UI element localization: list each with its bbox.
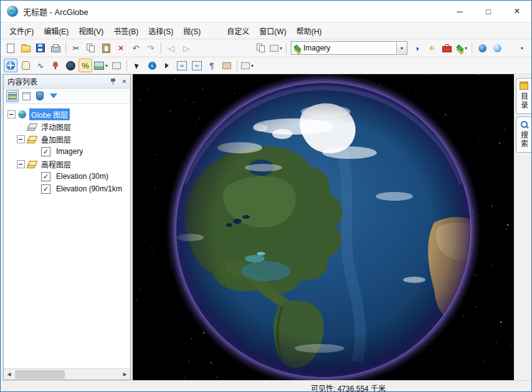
scrollbar-track[interactable] [14, 370, 120, 380]
next-tool-button[interactable] [160, 59, 174, 72]
menu-view[interactable]: 视图(V) [74, 23, 108, 39]
toc-header: 内容列表 × [4, 75, 130, 88]
globe-view-button[interactable] [475, 41, 489, 55]
menu-edit[interactable]: 编辑(E) [39, 23, 74, 39]
undo-button[interactable]: ↶ [129, 41, 143, 55]
tree-label-elevation-90m[interactable]: Elevation (90m/1km [54, 184, 124, 194]
frame-icon [112, 62, 121, 69]
find-xy-button[interactable]: xy [190, 59, 204, 72]
collapse-toggle-icon[interactable] [17, 160, 25, 168]
tree-row-elevation-90m[interactable]: ✓ Elevation (90m/1km [4, 183, 130, 195]
goto-xy-button[interactable]: xy [175, 59, 189, 72]
new-document-button[interactable] [4, 41, 17, 55]
scroll-right-button[interactable]: ▶ [120, 370, 130, 380]
menu-help[interactable]: 帮助(H) [292, 23, 327, 39]
tree-label-elevation-group[interactable]: 高程图层 [39, 158, 73, 170]
toc-horizontal-scrollbar[interactable]: ◀ ▶ [4, 368, 130, 380]
identify-button[interactable]: i [145, 59, 159, 72]
minimize-button[interactable]: ─ [445, 1, 474, 22]
chevron-down-icon: ▾ [280, 45, 282, 51]
tree-label-floating[interactable]: 浮动图层 [39, 121, 73, 133]
source-icon [22, 92, 31, 100]
tree-label-imagery[interactable]: Imagery [54, 146, 85, 156]
scrollbar-thumb[interactable] [15, 370, 65, 379]
add-data-button[interactable]: ▾ [455, 41, 468, 55]
orbit-tool-button[interactable] [49, 59, 62, 72]
scroll-left-button[interactable]: ◀ [4, 370, 14, 380]
delete-button[interactable]: × [114, 41, 128, 55]
layout-button[interactable]: ▾ [269, 41, 283, 55]
tree-row-floating-layers[interactable]: 浮动图层 [4, 120, 130, 133]
globe-view[interactable] [133, 74, 514, 380]
toc-close-button[interactable]: × [121, 77, 128, 86]
arctoolbox-button[interactable] [440, 41, 454, 55]
cut-button[interactable]: ✂ [69, 41, 83, 55]
navigate-tool-button[interactable] [4, 59, 17, 72]
select-arrow-button[interactable] [130, 59, 144, 72]
paste-button[interactable] [99, 41, 113, 55]
tree-row-draped-layers[interactable]: 叠加图层 [4, 133, 130, 145]
chevron-down-icon: ▾ [465, 45, 467, 51]
menu-bookmarks[interactable]: 书签(B) [108, 23, 143, 39]
globe-light-button[interactable] [490, 41, 504, 55]
layout-icon [270, 45, 278, 52]
toc-title: 内容列表 [7, 76, 37, 87]
hyperlink-button[interactable] [220, 59, 234, 72]
redo-button[interactable]: ↷ [144, 41, 158, 55]
menu-tools[interactable]: 抛(S) [178, 23, 206, 39]
layer-combo-value: Imagery [303, 44, 396, 52]
tree-label-globe[interactable]: Globe 图层 [29, 108, 70, 120]
tree-label-draped[interactable]: 叠加图层 [39, 133, 73, 145]
tab-search[interactable]: 搜索 [516, 117, 531, 153]
walk-tool-button[interactable]: % [78, 59, 92, 72]
pan-tool-button[interactable] [19, 59, 32, 72]
tree-row-imagery[interactable]: ✓ Imagery [4, 145, 130, 158]
toolbar-separator [286, 42, 287, 54]
toc-selection-button[interactable] [47, 90, 60, 102]
elevation-90m-checkbox[interactable]: ✓ [41, 184, 50, 194]
copy-button[interactable] [84, 41, 98, 55]
menu-window[interactable]: 窗口(W) [254, 23, 291, 39]
print-button[interactable] [49, 41, 62, 55]
frame-tool-button[interactable] [110, 59, 123, 72]
maximize-button[interactable]: □ [474, 1, 503, 22]
menu-customize[interactable]: 自定义 [222, 23, 254, 39]
image-capture-button[interactable]: ▾ [93, 59, 108, 72]
prev-extent-button[interactable]: ◁ [164, 41, 178, 55]
collapse-toggle-icon[interactable] [17, 135, 25, 143]
collapse-toggle-icon[interactable] [7, 110, 16, 118]
toc-source-button[interactable] [20, 90, 32, 102]
layer-combo[interactable]: Imagery ▾ [291, 41, 407, 55]
toc-drawing-order-button[interactable] [6, 90, 19, 102]
brightness-button[interactable]: ☀ [425, 41, 439, 55]
contrast-button[interactable]: ◑ [410, 41, 424, 55]
toolbox-icon [442, 46, 452, 52]
imagery-checkbox[interactable]: ✓ [41, 147, 50, 156]
title-bar: 无标题 - ArcGlobe ─ □ × [1, 1, 531, 22]
next-extent-button[interactable]: ▷ [179, 41, 193, 55]
viewer-window-button[interactable]: ▾ [240, 59, 254, 72]
menu-selection[interactable]: 选择(S) [143, 23, 178, 39]
visibility-label: 可见性: [311, 385, 335, 392]
toolbar-overflow-button[interactable]: ▾ [515, 41, 528, 55]
toolbar-separator [237, 60, 237, 71]
tab-catalog[interactable]: 目录 [516, 78, 531, 114]
elevation-30m-checkbox[interactable]: ✓ [41, 172, 50, 181]
save-button[interactable] [34, 41, 47, 55]
pin-icon[interactable] [110, 78, 117, 85]
tree-row-elevation-layers[interactable]: 高程图层 [4, 158, 130, 170]
combo-dropdown-button[interactable]: ▾ [396, 42, 407, 54]
close-button[interactable]: × [503, 1, 531, 22]
tree-label-elevation-30m[interactable]: Elevation (30m) [54, 171, 110, 181]
tree-row-elevation-30m[interactable]: ✓ Elevation (30m) [4, 170, 130, 183]
pilcrow-icon: ¶ [210, 62, 214, 70]
tools-toolbar: ∿ % ▾ i xy xy ¶ ▾ [1, 57, 531, 74]
html-popup-button[interactable]: ¶ [205, 59, 219, 72]
menu-file[interactable]: 文件(F) [4, 23, 39, 39]
tile-windows-button[interactable] [254, 41, 268, 55]
tree-row-globe-layers[interactable]: Globe 图层 [4, 108, 130, 120]
globe-spin-button[interactable] [64, 59, 77, 72]
fly-tool-button[interactable]: ∿ [34, 59, 47, 72]
toc-visibility-button[interactable] [34, 90, 46, 102]
open-button[interactable] [19, 41, 32, 55]
